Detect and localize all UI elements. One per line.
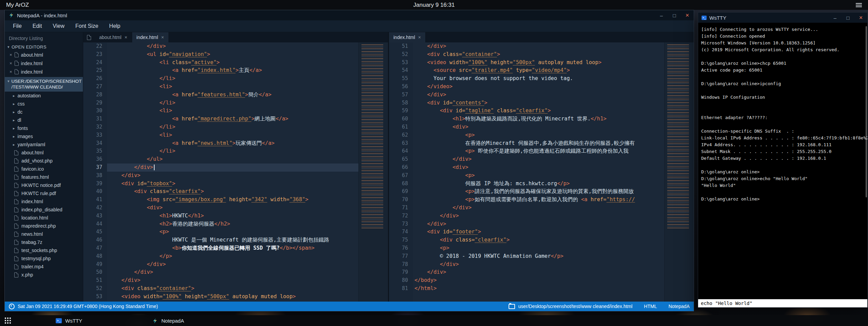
code-line[interactable]: <div id="footer">	[413, 228, 664, 236]
code-line[interactable]: Your browser does not support the video …	[413, 75, 664, 83]
tab-close-icon[interactable]: ×	[161, 35, 164, 40]
code-line[interactable]: <p>	[413, 244, 664, 252]
menu-view[interactable]: View	[47, 20, 70, 32]
tree-file-item[interactable]: HKWTC rule.pdf	[5, 189, 83, 197]
menu-help[interactable]: Help	[104, 20, 126, 32]
minimap[interactable]	[664, 42, 694, 302]
code-line[interactable]: <div class="container">	[413, 51, 664, 59]
tab-index.html[interactable]: index.html×	[132, 32, 169, 42]
code-line[interactable]: <div>	[413, 123, 664, 131]
code-line[interactable]: <div id="contents">	[413, 99, 664, 107]
open-editor-item[interactable]: ×index.html	[5, 59, 83, 68]
open-editor-item[interactable]: ×index.html	[5, 68, 83, 76]
code-line[interactable]: </div>	[413, 220, 664, 228]
code-line[interactable]: </body>	[413, 276, 664, 285]
code-line[interactable]: <div class="container">	[107, 285, 358, 293]
tree-folder-item[interactable]: ▸images	[5, 132, 83, 140]
tree-folder-item[interactable]: ▸yamlyamlaml	[5, 140, 83, 149]
code-line[interactable]: <source src="trailer.mp4" type="video/mp…	[413, 66, 664, 75]
system-menu-title[interactable]: My ArOZ	[0, 2, 29, 8]
close-icon[interactable]: ×	[10, 69, 12, 74]
code-line[interactable]: </div>	[107, 42, 358, 51]
code-line[interactable]: </div>	[413, 91, 664, 99]
tab-about.html[interactable]: about.html×	[95, 32, 132, 42]
code-line[interactable]: <h1>特別為建築及鐵路而設,現代化的 Minecraft 世界.</h1>	[413, 115, 664, 123]
code-line[interactable]: <div class="clearfix">	[413, 236, 664, 244]
minimize-button[interactable]: –	[655, 10, 668, 20]
app-grid-icon[interactable]	[0, 315, 16, 326]
code-line[interactable]: <video width="100%" height="500px" autop…	[107, 293, 358, 301]
code-line[interactable]: <b>你知道我們全線伺服器已轉用 SSD 了嗎?</b></span>	[107, 244, 358, 252]
code-line[interactable]: <li>	[107, 83, 358, 91]
code-line[interactable]: <li>	[107, 107, 358, 115]
code-line[interactable]: </video>	[413, 83, 664, 91]
code-line[interactable]: <video width="100%" height="500px" autop…	[413, 59, 664, 67]
code-line[interactable]: <p>如有問題或需要申請白名單,歡迎加入我們的 <a href="https:/…	[413, 196, 664, 204]
code-line[interactable]: <p>	[413, 131, 664, 139]
tree-folder-item[interactable]: ▸autostation	[5, 92, 83, 100]
code-line[interactable]: </div>	[107, 261, 358, 269]
close-button[interactable]: ×	[854, 13, 867, 23]
code-line[interactable]: </ul>	[107, 155, 358, 164]
minimap[interactable]	[358, 42, 388, 302]
wstty-titlebar[interactable]: >_ WsTTY – □ ×	[698, 13, 867, 23]
code-line[interactable]: </div>	[107, 172, 358, 180]
terminal-input[interactable]: echo "Hello World"	[698, 299, 867, 307]
code-line[interactable]: 在香港的Minecraft 伺服器中,多為小遊戲和純生存的伺服器,較少擁有	[413, 139, 664, 148]
code-line[interactable]: </div>	[107, 164, 358, 172]
maximize-button[interactable]: □	[668, 10, 681, 20]
tree-folder-item[interactable]: ▸css	[5, 100, 83, 108]
code-line[interactable]: <a href="index.html">主頁</a>	[107, 66, 358, 75]
code-line[interactable]: </div>	[413, 212, 664, 220]
close-icon[interactable]: ×	[10, 61, 12, 66]
code-line[interactable]: <h2>香港的建築伺服器</h2>	[107, 220, 358, 228]
tree-file-item[interactable]: trailer.mp4	[5, 263, 83, 271]
tree-file-item[interactable]: about.html	[5, 149, 83, 157]
tree-file-item[interactable]: teabag.7z	[5, 238, 83, 246]
code-line[interactable]: </div>	[413, 268, 664, 276]
code-line[interactable]: <ul id="navigation">	[107, 51, 358, 59]
close-icon[interactable]: ×	[10, 52, 12, 57]
code-line[interactable]: HKWTC 是一個 Minecraft 的建築伺服器,主要建築計劃包括鐵路	[107, 236, 358, 244]
open-editors-section[interactable]: ▾ OPEN EDITORS	[5, 44, 83, 51]
code-line[interactable]: </div>	[107, 276, 358, 285]
close-button[interactable]: ×	[681, 10, 694, 20]
hamburger-menu-icon[interactable]	[856, 3, 862, 7]
tree-file-item[interactable]: x.php	[5, 271, 83, 279]
code-line[interactable]: </p>	[107, 252, 358, 261]
code-line[interactable]: <h1>HKWTC</h1>	[107, 212, 358, 220]
status-file-path[interactable]: user/Desktop/screenshot/test/www cleaned…	[518, 304, 632, 309]
menu-file[interactable]: File	[7, 20, 27, 32]
tree-file-item[interactable]: testmysql.php	[5, 254, 83, 263]
code-line[interactable]: </li>	[107, 99, 358, 107]
code-line[interactable]: <div id="topbox">	[107, 180, 358, 188]
tree-folder-item[interactable]: ▸fonts	[5, 124, 83, 132]
tree-file-item[interactable]: location.html	[5, 214, 83, 222]
file-icon[interactable]	[83, 32, 95, 42]
code-line[interactable]: <li class="active">	[107, 59, 358, 67]
terminal-output[interactable]: [info] Connecting to arozos WsTTY servic…	[698, 23, 867, 299]
code-line[interactable]: <p>請注意,我們的伺服器為確保玩家及遊玩時的質素,我們對的服務開放	[413, 188, 664, 196]
code-line[interactable]: <a href="mapredirect.php">網上地圖</a>	[107, 115, 358, 123]
code-line[interactable]: <p>	[413, 172, 664, 180]
code-area[interactable]: </div> <ul id="navigation"> <li class="a…	[107, 42, 358, 302]
tab-close-icon[interactable]: ×	[124, 35, 127, 40]
tree-file-item[interactable]: features.html	[5, 173, 83, 181]
code-line[interactable]: </div>	[413, 261, 664, 269]
tree-file-item[interactable]: HKWTC notice.pdf	[5, 181, 83, 189]
tree-file-item[interactable]: test_sockets.php	[5, 246, 83, 254]
code-line[interactable]: </li>	[107, 147, 358, 155]
code-line[interactable]: © 2018 - 2019 HKWTC Animation Gamer</p>	[413, 252, 664, 261]
code-line[interactable]: <p> 即使你不是建築師,你也能透過紅石師或鐵路工程師的身份加入我	[413, 147, 664, 155]
code-line[interactable]: <div>	[413, 164, 664, 172]
tree-file-item[interactable]: index.html	[5, 197, 83, 206]
menu-edit[interactable]: Edit	[27, 20, 48, 32]
taskbar-item-wstty[interactable]: >_WsTTY	[50, 315, 146, 326]
code-line[interactable]: <div id="tagline" class="clearfix">	[413, 107, 664, 115]
maximize-button[interactable]: □	[842, 13, 854, 23]
code-line[interactable]: <img src="images/box.png" height="342" w…	[107, 196, 358, 204]
tree-root-folder[interactable]: ▾ USER:/DESKTOP/SCREENSHOT /TEST/WWW CLE…	[5, 77, 83, 92]
code-line[interactable]: </html>	[413, 285, 664, 293]
code-line[interactable]: </div>	[107, 268, 358, 276]
tree-file-item[interactable]: add_vhost.php	[5, 157, 83, 165]
